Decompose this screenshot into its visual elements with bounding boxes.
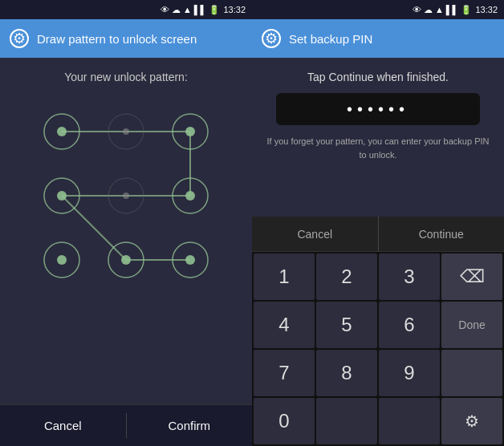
svg-point-18 [57, 255, 67, 265]
left-confirm-button[interactable]: Confirm [127, 405, 253, 446]
svg-point-22 [185, 255, 195, 265]
left-cancel-button[interactable]: Cancel [0, 405, 126, 446]
left-header-title: Draw pattern to unlock screen [37, 32, 197, 46]
left-status-icons: 👁 ☁ ▲ ▌▌ 🔋 [161, 5, 221, 15]
key-8[interactable]: 8 [316, 350, 377, 396]
left-status-bar: 👁 ☁ ▲ ▌▌ 🔋 13:32 [0, 0, 252, 19]
right-header: ⚙ Set backup PIN [252, 19, 504, 58]
numpad-cancel-button[interactable]: Cancel [252, 217, 378, 251]
right-status-icons: 👁 ☁ ▲ ▌▌ 🔋 [413, 5, 473, 15]
left-bottom-bar: Cancel Confirm [0, 404, 252, 446]
right-content-area: Tap Continue when finished. •••••• If yo… [252, 58, 504, 217]
right-header-title: Set backup PIN [289, 32, 372, 46]
key-3[interactable]: 3 [379, 253, 440, 300]
key-9[interactable]: 9 [379, 350, 440, 396]
svg-point-16 [185, 191, 195, 201]
unlock-pattern-label: Your new unlock pattern: [64, 71, 188, 83]
numpad-continue-button[interactable]: Continue [379, 217, 505, 251]
key-0[interactable]: 0 [254, 398, 315, 444]
numpad-grid: 1 2 3 ⌫ 4 5 6 Done 7 8 9 0 ⚙ [252, 252, 504, 446]
backup-info-text: If you forget your pattern, you can ente… [265, 135, 491, 161]
key-5[interactable]: 5 [316, 302, 377, 348]
tap-continue-label: Tap Continue when finished. [307, 71, 449, 83]
right-gear-icon: ⚙ [265, 30, 278, 47]
pin-display: •••••• [276, 93, 480, 125]
svg-point-10 [185, 127, 195, 136]
numpad-section: Cancel Continue 1 2 3 ⌫ 4 5 6 Done 7 8 9… [252, 217, 504, 446]
right-panel: 👁 ☁ ▲ ▌▌ 🔋 13:32 ⚙ Set backup PIN Tap Co… [252, 0, 504, 446]
svg-point-8 [123, 128, 129, 135]
left-header-icon: ⚙ [10, 29, 29, 48]
key-6[interactable]: 6 [379, 302, 440, 348]
key-empty-2 [316, 398, 377, 444]
done-key[interactable]: Done [441, 302, 502, 348]
key-empty-1 [441, 350, 502, 396]
svg-line-3 [62, 196, 126, 260]
svg-point-6 [57, 127, 67, 136]
backspace-key[interactable]: ⌫ [441, 253, 502, 300]
settings-gear-key[interactable]: ⚙ [441, 398, 502, 444]
pattern-svg [30, 99, 222, 292]
pin-mask: •••••• [347, 100, 409, 119]
right-status-bar: 👁 ☁ ▲ ▌▌ 🔋 13:32 [252, 0, 504, 19]
left-panel: 👁 ☁ ▲ ▌▌ 🔋 13:32 ⚙ Draw pattern to unloc… [0, 0, 252, 446]
pattern-grid[interactable] [30, 99, 222, 292]
key-7[interactable]: 7 [254, 350, 315, 396]
svg-point-14 [123, 193, 129, 199]
left-time: 13:32 [223, 5, 246, 14]
key-1[interactable]: 1 [254, 253, 315, 300]
left-header: ⚙ Draw pattern to unlock screen [0, 19, 252, 58]
key-2[interactable]: 2 [316, 253, 377, 300]
svg-point-12 [57, 191, 67, 201]
numpad-actions-row: Cancel Continue [252, 217, 504, 252]
key-4[interactable]: 4 [254, 302, 315, 348]
gear-icon: ⚙ [13, 30, 26, 47]
right-time: 13:32 [475, 5, 498, 14]
right-header-icon: ⚙ [262, 29, 281, 48]
key-empty-3 [379, 398, 440, 444]
svg-point-20 [121, 255, 131, 265]
left-content-area: Your new unlock pattern: [0, 58, 252, 404]
